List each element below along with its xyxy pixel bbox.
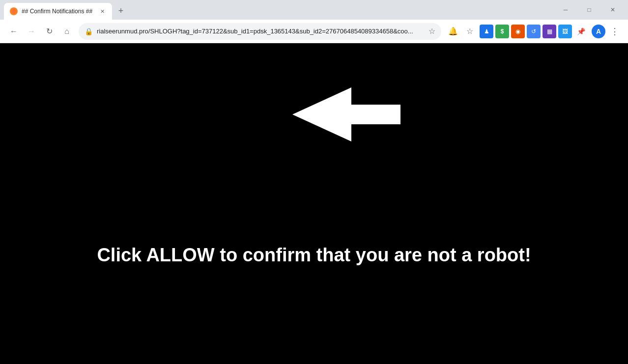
new-tab-button[interactable]: +: [114, 4, 128, 18]
lock-icon: 🔒: [85, 28, 93, 35]
main-message: Click ALLOW to confirm that you are not …: [97, 245, 531, 266]
close-button[interactable]: ✕: [601, 4, 624, 16]
pin-ext-icon: 📌: [577, 28, 585, 35]
arrow-container: [292, 83, 400, 148]
reload-button[interactable]: ↻: [41, 24, 57, 39]
blue-extension[interactable]: ↺: [527, 25, 541, 38]
profile-button[interactable]: A: [592, 25, 605, 38]
chess-extension[interactable]: ♟: [480, 25, 493, 38]
back-icon: ←: [10, 27, 18, 36]
chess-ext-icon: ♟: [484, 28, 489, 35]
back-button[interactable]: ←: [6, 24, 22, 39]
svg-marker-0: [292, 87, 400, 141]
extensions-area: ♟ $ ◉ ↺ ▦ 🖼 📌: [480, 25, 588, 38]
bookmark-icon[interactable]: ☆: [428, 27, 435, 36]
window-controls: ─ □ ✕: [554, 4, 624, 16]
direction-arrow: [292, 83, 400, 146]
close-icon: ✕: [610, 6, 615, 13]
multi-extension[interactable]: ▦: [542, 25, 556, 38]
page-content: Click ALLOW to confirm that you are not …: [0, 43, 628, 364]
profile-icon: A: [596, 28, 601, 35]
img-ext-icon: 🖼: [562, 28, 568, 35]
forward-icon: →: [28, 27, 35, 36]
title-bar: ## Confirm Notifications ## ✕ + ─ □ ✕: [0, 0, 628, 20]
minimize-icon: ─: [564, 6, 568, 13]
address-bar[interactable]: 🔒 rialseerunmud.pro/SHLOGH?tag_id=737122…: [79, 23, 441, 40]
tab-close-button[interactable]: ✕: [98, 7, 106, 15]
reload-icon: ↻: [46, 27, 53, 36]
menu-button[interactable]: ⋮: [607, 24, 622, 39]
maximize-button[interactable]: □: [578, 4, 600, 16]
orange-extension[interactable]: ◉: [511, 25, 525, 38]
active-tab[interactable]: ## Confirm Notifications ## ✕: [4, 3, 112, 20]
star-icon: ☆: [466, 27, 473, 36]
bell-icon: 🔔: [448, 27, 458, 36]
minimize-button[interactable]: ─: [554, 4, 577, 16]
nav-actions: 🔔 ☆: [445, 24, 478, 39]
green-ext-icon: $: [501, 28, 504, 35]
img-extension[interactable]: 🖼: [558, 25, 572, 38]
maximize-icon: □: [587, 6, 591, 13]
tab-strip: ## Confirm Notifications ## ✕ +: [0, 0, 128, 20]
navigation-bar: ← → ↻ ⌂ 🔒 rialseerunmud.pro/SHLOGH?tag_i…: [0, 20, 628, 43]
orange-ext-icon: ◉: [515, 28, 520, 35]
menu-icon: ⋮: [610, 27, 619, 36]
home-button[interactable]: ⌂: [59, 24, 75, 39]
tab-favicon: [10, 7, 18, 15]
home-icon: ⌂: [64, 27, 69, 36]
tab-title: ## Confirm Notifications ##: [22, 8, 94, 15]
blue-ext-icon: ↺: [531, 28, 536, 35]
forward-button[interactable]: →: [24, 24, 39, 39]
green-extension[interactable]: $: [495, 25, 509, 38]
bell-button[interactable]: 🔔: [445, 24, 461, 39]
multi-ext-icon: ▦: [547, 28, 552, 35]
star-button[interactable]: ☆: [462, 24, 478, 39]
pin-extension[interactable]: 📌: [574, 25, 588, 38]
url-text: rialseerunmud.pro/SHLOGH?tag_id=737122&s…: [97, 28, 425, 35]
browser-frame: ## Confirm Notifications ## ✕ + ─ □ ✕ ← …: [0, 0, 628, 364]
